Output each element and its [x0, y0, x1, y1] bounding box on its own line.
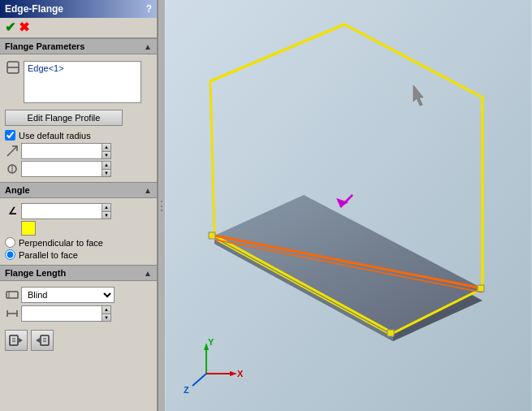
length-down-arrow[interactable]: ▼ [102, 314, 110, 322]
gap-spinner: 1.00mm ▲ ▼ [21, 161, 152, 177]
gap-input[interactable]: 1.00mm [21, 161, 102, 177]
length-spinner: 18 ▲ ▼ [21, 305, 152, 322]
svg-text:Z: Z [184, 385, 189, 395]
svg-rect-12 [41, 335, 49, 345]
gap-down-arrow[interactable]: ▼ [102, 170, 110, 177]
ok-cancel-row: ✔ ✖ [0, 18, 157, 38]
svg-rect-15 [166, 0, 531, 411]
perpendicular-label: Perpendicular to face [19, 238, 103, 248]
color-icon-placeholder [5, 221, 19, 236]
use-default-radius-label: Use default radius [19, 131, 91, 141]
radius-spinner: 0.7366mm ▲ ▼ [21, 143, 152, 159]
flange-length-header[interactable]: Flange Length ▲ [0, 265, 157, 281]
edge-value-box: Edge<1> [24, 61, 141, 103]
edge-icon [5, 59, 21, 76]
title-bar-label: Edge-Flange [5, 3, 63, 15]
use-default-radius-row: Use default radius [5, 130, 152, 141]
perpendicular-radio[interactable] [5, 237, 15, 248]
color-swatch-row [5, 221, 152, 236]
svg-rect-9 [10, 335, 18, 345]
gap-input-row: 1.00mm ▲ ▼ [5, 161, 152, 177]
flange-parameters-collapse-icon: ▲ [144, 42, 152, 51]
angle-down-arrow[interactable]: ▼ [102, 212, 110, 219]
bottom-actions [0, 327, 157, 354]
angle-section-content: ∠ 90.00deg ▲ ▼ Perpendicular to face Par… [0, 198, 157, 265]
angle-collapse-icon: ▲ [144, 186, 152, 195]
radius-input[interactable]: 0.7366mm [21, 143, 102, 159]
flange-parameters-header[interactable]: Flange Parameters ▲ [0, 38, 157, 54]
ok-button[interactable]: ✔ [5, 21, 15, 34]
action-button-2[interactable] [31, 330, 54, 351]
radius-down-arrow[interactable]: ▼ [102, 152, 110, 159]
length-up-arrow[interactable]: ▲ [102, 306, 110, 314]
angle-input[interactable]: 90.00deg [21, 203, 102, 219]
length-arrows: ▲ ▼ [102, 305, 111, 322]
gap-icon [5, 162, 19, 176]
blind-dropdown[interactable]: Blind Up To Vertex Up To Surface [21, 287, 115, 303]
svg-rect-27 [209, 232, 215, 239]
svg-rect-29 [387, 330, 394, 336]
length-input[interactable]: 18 [21, 305, 102, 322]
radius-arrows: ▲ ▼ [102, 143, 111, 159]
radius-input-row: 0.7366mm ▲ ▼ [5, 143, 152, 159]
color-swatch[interactable] [21, 221, 36, 236]
edge-value: Edge<1> [28, 63, 64, 73]
action-button-1[interactable] [5, 330, 28, 351]
angle-spinner: 90.00deg ▲ ▼ [21, 203, 152, 219]
angle-section-label: Angle [5, 185, 30, 195]
angle-section-header[interactable]: Angle ▲ [0, 182, 157, 198]
svg-text:X: X [237, 369, 244, 379]
length-input-row: 18 ▲ ▼ [5, 305, 152, 322]
angle-up-arrow[interactable]: ▲ [102, 204, 110, 212]
edit-flange-profile-button[interactable]: Edit Flange Profile [5, 110, 123, 126]
flange-parameters-content: Edge<1> Edit Flange Profile Use default … [0, 54, 157, 182]
radius-up-arrow[interactable]: ▲ [102, 144, 110, 152]
cancel-button[interactable]: ✖ [19, 21, 29, 34]
svg-text:Y: Y [208, 337, 214, 347]
svg-rect-28 [478, 285, 484, 292]
angle-arrows: ▲ ▼ [102, 203, 111, 219]
svg-rect-4 [6, 292, 18, 298]
length-icon [5, 306, 19, 321]
flange-parameters-label: Flange Parameters [5, 41, 84, 51]
angle-input-row: ∠ 90.00deg ▲ ▼ [5, 203, 152, 219]
radius-icon [5, 144, 19, 158]
flange-length-collapse-icon: ▲ [144, 269, 152, 278]
gap-up-arrow[interactable]: ▲ [102, 162, 110, 170]
title-bar: Edge-Flange ? [0, 0, 157, 18]
blind-dropdown-row: Blind Up To Vertex Up To Surface [5, 287, 152, 303]
flange-length-label: Flange Length [5, 268, 66, 278]
gap-arrows: ▲ ▼ [102, 161, 111, 177]
viewport[interactable]: Y X Z [165, 0, 532, 411]
parallel-label: Parallel to face [19, 250, 78, 260]
parallel-radio-row: Parallel to face [5, 249, 152, 260]
length-type-icon [5, 288, 19, 302]
angle-icon: ∠ [5, 204, 19, 218]
left-panel: Edge-Flange ? ✔ ✖ Flange Parameters ▲ Ed… [0, 0, 158, 411]
flange-length-content: Blind Up To Vertex Up To Surface 18 ▲ ▼ [0, 281, 157, 327]
title-bar-help[interactable]: ? [146, 3, 152, 15]
parallel-radio[interactable] [5, 249, 15, 260]
use-default-radius-checkbox[interactable] [5, 130, 15, 141]
viewport-svg: Y X Z [165, 0, 532, 411]
panel-divider[interactable] [158, 0, 165, 411]
perpendicular-radio-row: Perpendicular to face [5, 237, 152, 248]
